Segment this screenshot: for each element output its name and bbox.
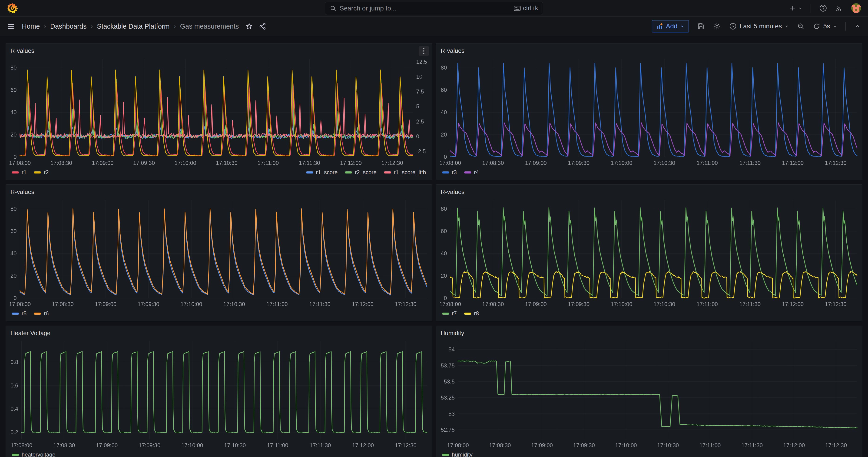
legend-swatch (12, 312, 19, 315)
panel-legend: r5r6 (6, 309, 432, 321)
panel-heater-voltage: Heater Voltage heatervoltage (6, 326, 432, 457)
favorite-star-icon[interactable] (246, 23, 253, 30)
legend-label: r1_score (316, 169, 338, 176)
legend-label: r7 (452, 310, 457, 317)
chevron-down-icon (784, 24, 789, 28)
refresh-picker[interactable]: 5s (813, 23, 837, 30)
legend-label: r8 (474, 310, 479, 317)
panel-header[interactable]: R-values (6, 185, 432, 197)
panel-legend: r3r4 (436, 168, 862, 180)
legend-item-humidity[interactable]: humidity (442, 451, 473, 457)
zoom-out-icon[interactable] (797, 23, 805, 30)
grafana-logo-icon[interactable] (7, 3, 18, 13)
legend-swatch (306, 172, 313, 174)
chevron-down-icon (833, 24, 837, 28)
legend-item-r7[interactable]: r7 (442, 310, 457, 317)
breadcrumb-dashboards[interactable]: Dashboards (50, 23, 87, 30)
divider (845, 22, 846, 31)
legend-item-r1_score[interactable]: r1_score (306, 169, 338, 176)
legend-item-r4[interactable]: r4 (464, 169, 479, 176)
panel-header[interactable]: R-values (436, 43, 862, 56)
time-series-chart[interactable] (8, 338, 430, 450)
legend-label: humidity (452, 451, 473, 457)
legend-item-r1_score_lttb[interactable]: r1_score_lttb (384, 169, 426, 176)
new-plus-button[interactable] (789, 5, 802, 12)
panel-humidity: Humidity humidity (436, 326, 863, 457)
legend-label: r6 (44, 310, 49, 317)
time-series-chart[interactable] (8, 56, 430, 168)
legend-label: r5 (22, 310, 27, 317)
time-series-chart[interactable] (8, 197, 430, 309)
chevron-down-icon (680, 24, 684, 28)
legend-item-r2[interactable]: r2 (34, 169, 49, 176)
breadcrumb-folder[interactable]: Stackable Data Platform (97, 23, 170, 30)
legend-swatch (384, 172, 391, 174)
panel-legend: r7r8 (436, 309, 862, 321)
legend-item-r2_score[interactable]: r2_score (345, 169, 376, 176)
breadcrumb: Home › Dashboards › Stackable Data Platf… (22, 23, 239, 30)
panel-legend: humidity (436, 450, 862, 457)
legend-swatch (12, 454, 19, 456)
news-rss-icon[interactable] (835, 4, 843, 12)
top-bar: ctrl+k (0, 0, 868, 17)
share-icon[interactable] (259, 23, 267, 30)
panel-title: R-values (441, 47, 465, 54)
save-dashboard-icon[interactable] (697, 23, 705, 30)
dashboard-grid: R-values r1r2r1_scorer2_scorer1_score_lt… (0, 36, 868, 457)
legend-swatch (34, 312, 41, 315)
legend-item-r5[interactable]: r5 (12, 310, 27, 317)
panel-title: R-values (10, 188, 34, 195)
legend-label: r4 (474, 169, 479, 176)
menu-hamburger-icon[interactable] (7, 22, 15, 30)
panel-menu-kebab-icon[interactable] (418, 46, 429, 56)
panel-r-values-4: R-values r7r8 (436, 184, 863, 321)
panel-r-values-2: R-values r3r4 (436, 43, 863, 180)
legend-swatch (12, 172, 19, 174)
time-series-chart[interactable] (438, 56, 861, 168)
keyboard-icon (514, 6, 521, 11)
panel-title: Heater Voltage (10, 330, 51, 337)
collapse-toolbar-icon[interactable] (854, 23, 861, 30)
search-input[interactable] (340, 5, 510, 12)
chevron-down-icon (798, 6, 802, 10)
legend-label: r1_score_lttb (394, 169, 426, 176)
time-series-chart[interactable] (438, 197, 861, 309)
legend-swatch (34, 172, 41, 174)
search-icon (330, 5, 336, 12)
legend-swatch (345, 172, 352, 174)
legend-item-r8[interactable]: r8 (464, 310, 479, 317)
legend-item-r1[interactable]: r1 (12, 169, 27, 176)
panel-legend: heatervoltage (6, 450, 432, 457)
legend-item-r3[interactable]: r3 (442, 169, 457, 176)
breadcrumb-separator: › (91, 23, 93, 30)
global-search[interactable]: ctrl+k (325, 2, 543, 15)
panel-title: Humidity (441, 330, 464, 337)
user-avatar[interactable] (851, 3, 861, 13)
search-shortcut: ctrl+k (514, 5, 538, 12)
legend-label: r3 (452, 169, 457, 176)
settings-gear-icon[interactable] (713, 22, 721, 30)
legend-swatch (464, 172, 471, 174)
breadcrumb-home[interactable]: Home (22, 23, 40, 30)
add-panel-button[interactable]: Add (652, 20, 689, 32)
bar-chart-plus-icon (656, 23, 663, 30)
panel-header[interactable]: Humidity (436, 326, 862, 338)
panel-r-values-1: R-values r1r2r1_scorer2_scorer1_score_lt… (6, 43, 432, 180)
help-icon[interactable] (819, 4, 827, 12)
panel-title: R-values (441, 188, 465, 195)
legend-swatch (442, 172, 449, 174)
panel-r-values-3: R-values r5r6 (6, 184, 432, 321)
legend-item-heatervoltage[interactable]: heatervoltage (12, 451, 55, 457)
panel-header[interactable]: R-values (436, 185, 862, 197)
time-series-chart[interactable] (438, 338, 861, 450)
legend-swatch (442, 454, 449, 456)
legend-swatch (442, 312, 449, 315)
breadcrumb-separator: › (174, 23, 176, 30)
legend-item-r6[interactable]: r6 (34, 310, 49, 317)
dashboard-toolbar: Home › Dashboards › Stackable Data Platf… (0, 17, 868, 36)
legend-label: r2 (44, 169, 49, 176)
panel-header[interactable]: Heater Voltage (6, 326, 432, 338)
panel-header[interactable]: R-values (6, 43, 432, 56)
time-range-picker[interactable]: Last 5 minutes (729, 23, 789, 30)
clock-icon (729, 23, 737, 30)
